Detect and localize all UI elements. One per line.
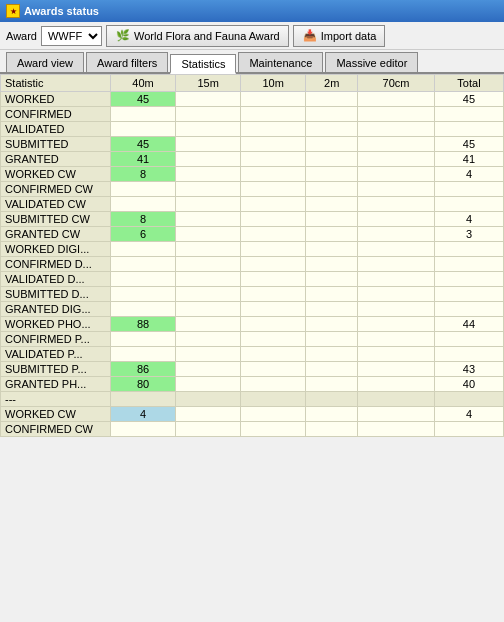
row-10m: [241, 392, 306, 407]
row-label: SUBMITTED P...: [1, 362, 111, 377]
tab-maintenance[interactable]: Maintenance: [238, 52, 323, 72]
col-total: Total: [434, 75, 503, 92]
row-70cm: [358, 212, 435, 227]
table-row: WORKED4545: [1, 92, 504, 107]
row-label: GRANTED PH...: [1, 377, 111, 392]
app-window: ★ Awards status Award WWFF 🌿 World Flora…: [0, 0, 504, 622]
row-15m: [176, 302, 241, 317]
row-label: WORKED CW: [1, 167, 111, 182]
table-row: GRANTED CW63: [1, 227, 504, 242]
window-title: Awards status: [24, 5, 99, 17]
row-total: 4: [434, 407, 503, 422]
row-total: [434, 272, 503, 287]
row-2m: [306, 137, 358, 152]
row-label: ---: [1, 392, 111, 407]
table-row: CONFIRMED CW: [1, 182, 504, 197]
row-15m: [176, 287, 241, 302]
row-40m: [111, 302, 176, 317]
row-total: [434, 332, 503, 347]
row-2m: [306, 167, 358, 182]
row-label: SUBMITTED CW: [1, 212, 111, 227]
table-row: GRANTED DIG...: [1, 302, 504, 317]
row-2m: [306, 362, 358, 377]
table-row: VALIDATED D...: [1, 272, 504, 287]
row-label: WORKED: [1, 92, 111, 107]
row-label: WORKED DIGI...: [1, 242, 111, 257]
import-data-button[interactable]: 📥 Import data: [293, 25, 386, 47]
world-flora-button-label: World Flora and Fauna Award: [134, 30, 280, 42]
row-total: [434, 302, 503, 317]
row-label: GRANTED CW: [1, 227, 111, 242]
row-40m: 80: [111, 377, 176, 392]
row-label: GRANTED DIG...: [1, 302, 111, 317]
row-2m: [306, 182, 358, 197]
tab-massive-editor[interactable]: Massive editor: [325, 52, 418, 72]
row-40m: [111, 287, 176, 302]
row-40m: 8: [111, 212, 176, 227]
world-flora-button[interactable]: 🌿 World Flora and Fauna Award: [106, 25, 289, 47]
row-2m: [306, 317, 358, 332]
row-70cm: [358, 362, 435, 377]
import-data-label: Import data: [321, 30, 377, 42]
row-total: 45: [434, 92, 503, 107]
row-label: VALIDATED CW: [1, 197, 111, 212]
row-label: CONFIRMED CW: [1, 182, 111, 197]
col-10m: 10m: [241, 75, 306, 92]
row-10m: [241, 272, 306, 287]
table-row: CONFIRMED: [1, 107, 504, 122]
table-row: GRANTED PH...8040: [1, 377, 504, 392]
row-15m: [176, 152, 241, 167]
toolbar: Award WWFF 🌿 World Flora and Fauna Award…: [0, 22, 504, 50]
row-40m: 41: [111, 152, 176, 167]
row-15m: [176, 212, 241, 227]
row-10m: [241, 242, 306, 257]
row-70cm: [358, 332, 435, 347]
title-bar: ★ Awards status: [0, 0, 504, 22]
row-2m: [306, 227, 358, 242]
row-70cm: [358, 152, 435, 167]
row-2m: [306, 302, 358, 317]
row-10m: [241, 167, 306, 182]
col-40m: 40m: [111, 75, 176, 92]
row-total: 45: [434, 137, 503, 152]
row-10m: [241, 302, 306, 317]
row-2m: [306, 122, 358, 137]
statistics-table: Statistic 40m 15m 10m 2m 70cm Total WORK…: [0, 74, 504, 437]
row-40m: 45: [111, 137, 176, 152]
row-2m: [306, 92, 358, 107]
col-2m: 2m: [306, 75, 358, 92]
row-10m: [241, 257, 306, 272]
table-row: VALIDATED: [1, 122, 504, 137]
row-10m: [241, 182, 306, 197]
row-15m: [176, 257, 241, 272]
tab-award-filters[interactable]: Award filters: [86, 52, 168, 72]
tab-award-view[interactable]: Award view: [6, 52, 84, 72]
table-row: ---: [1, 392, 504, 407]
row-total: [434, 287, 503, 302]
col-statistic: Statistic: [1, 75, 111, 92]
row-total: [434, 257, 503, 272]
row-70cm: [358, 422, 435, 437]
row-40m: [111, 392, 176, 407]
row-label: GRANTED: [1, 152, 111, 167]
row-40m: 8: [111, 167, 176, 182]
award-select[interactable]: WWFF: [41, 26, 102, 46]
tab-statistics[interactable]: Statistics: [170, 54, 236, 74]
row-70cm: [358, 167, 435, 182]
row-total: 40: [434, 377, 503, 392]
row-15m: [176, 332, 241, 347]
row-10m: [241, 122, 306, 137]
row-total: [434, 197, 503, 212]
table-body: WORKED4545CONFIRMEDVALIDATEDSUBMITTED454…: [1, 92, 504, 437]
row-total: 4: [434, 212, 503, 227]
row-10m: [241, 362, 306, 377]
table-row: VALIDATED P...: [1, 347, 504, 362]
row-40m: [111, 182, 176, 197]
row-label: SUBMITTED: [1, 137, 111, 152]
row-10m: [241, 107, 306, 122]
row-10m: [241, 137, 306, 152]
row-70cm: [358, 347, 435, 362]
row-15m: [176, 272, 241, 287]
row-70cm: [358, 377, 435, 392]
row-15m: [176, 167, 241, 182]
